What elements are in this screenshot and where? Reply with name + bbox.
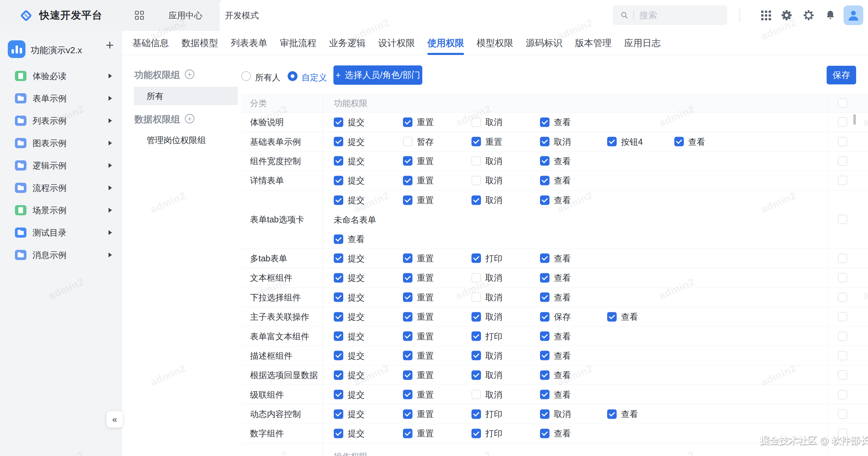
permission-checkbox[interactable] (471, 351, 481, 360)
permission-checkbox[interactable] (334, 409, 343, 419)
sidebar-item[interactable]: 图表示例 (0, 132, 122, 154)
tab-审批流程[interactable]: 审批流程 (280, 31, 316, 55)
permission-checkbox[interactable] (334, 195, 343, 205)
sidebar-item[interactable]: 流程示例 (0, 177, 122, 199)
row-select-checkbox[interactable] (838, 409, 847, 419)
gear-outline-icon[interactable] (803, 10, 814, 21)
permission-checkbox[interactable] (540, 390, 549, 399)
permission-checkbox[interactable] (334, 312, 343, 321)
vertical-scrollbar[interactable] (853, 114, 856, 125)
bell-icon[interactable] (825, 10, 836, 21)
save-button[interactable]: 保存 (827, 66, 856, 84)
tab-基础信息[interactable]: 基础信息 (132, 31, 169, 55)
radio-custom[interactable] (288, 71, 297, 81)
permission-checkbox[interactable] (403, 137, 412, 146)
select-all-checkbox[interactable] (838, 98, 847, 108)
apps-launcher-icon[interactable] (135, 11, 144, 20)
radio-everyone-label[interactable]: 所有人 (255, 72, 281, 83)
permission-checkbox[interactable] (334, 273, 343, 282)
permission-checkbox[interactable] (403, 293, 412, 302)
permission-checkbox[interactable] (540, 429, 549, 438)
permission-checkbox[interactable] (674, 137, 684, 146)
permission-checkbox[interactable] (471, 254, 481, 263)
permission-checkbox[interactable] (471, 117, 481, 127)
permission-checkbox[interactable] (540, 156, 549, 166)
add-app-button[interactable]: + (106, 38, 114, 52)
sidebar-item[interactable]: 列表示例 (0, 110, 122, 132)
radio-custom-label[interactable]: 自定义 (302, 72, 327, 83)
permission-checkbox[interactable] (403, 429, 412, 438)
permission-checkbox[interactable] (403, 176, 412, 185)
permission-checkbox[interactable] (471, 156, 481, 166)
permission-checkbox[interactable] (471, 293, 481, 302)
permission-checkbox[interactable] (334, 234, 343, 244)
permission-checkbox[interactable] (471, 390, 481, 399)
permission-checkbox[interactable] (540, 351, 549, 360)
radio-everyone[interactable] (241, 71, 251, 81)
tab-模型权限[interactable]: 模型权限 (477, 31, 513, 55)
permission-checkbox[interactable] (334, 254, 343, 263)
tab-列表表单[interactable]: 列表表单 (231, 31, 267, 55)
permission-checkbox[interactable] (403, 195, 412, 205)
search-input[interactable]: 搜索 (613, 5, 727, 25)
sidebar-item[interactable]: 测试目录 (0, 221, 122, 244)
group-item-all[interactable]: 所有 (134, 87, 238, 105)
row-select-checkbox[interactable] (838, 254, 847, 263)
permission-checkbox[interactable] (540, 332, 549, 341)
current-app[interactable]: 功能演示v2.x + (0, 31, 122, 67)
permission-checkbox[interactable] (403, 254, 412, 263)
tab-业务逻辑[interactable]: 业务逻辑 (329, 31, 366, 55)
sidebar-item[interactable]: 体验必读 (0, 65, 122, 87)
sidebar-item[interactable]: 逻辑示例 (0, 154, 122, 177)
tab-使用权限[interactable]: 使用权限 (427, 31, 464, 55)
permission-checkbox[interactable] (540, 370, 549, 380)
tab-应用日志[interactable]: 应用日志 (624, 31, 661, 55)
add-function-group-icon[interactable]: + (185, 70, 194, 79)
row-select-checkbox[interactable] (838, 370, 847, 380)
permission-checkbox[interactable] (403, 273, 412, 282)
permission-checkbox[interactable] (334, 429, 343, 438)
sidebar-item[interactable]: 场景示例 (0, 199, 122, 221)
add-data-group-icon[interactable]: + (185, 114, 194, 123)
permission-checkbox[interactable] (334, 156, 343, 166)
sidebar-collapse-button[interactable]: « (107, 411, 123, 428)
permission-checkbox[interactable] (471, 137, 481, 146)
permission-checkbox[interactable] (471, 429, 481, 438)
permission-checkbox[interactable] (540, 293, 549, 302)
permission-checkbox[interactable] (334, 390, 343, 399)
permission-checkbox[interactable] (540, 195, 549, 205)
nav-dev-mode[interactable]: 开发模式 (220, 0, 264, 31)
row-select-checkbox[interactable] (838, 332, 847, 341)
permission-checkbox[interactable] (471, 273, 481, 282)
permission-checkbox[interactable] (540, 137, 549, 146)
permission-checkbox[interactable] (471, 176, 481, 185)
permission-checkbox[interactable] (540, 176, 549, 185)
apps-grid-icon[interactable] (760, 10, 771, 21)
row-select-checkbox[interactable] (838, 293, 847, 302)
permission-checkbox[interactable] (403, 117, 412, 127)
permission-checkbox[interactable] (540, 254, 549, 263)
sidebar-item[interactable]: 表单示例 (0, 87, 122, 110)
select-members-button[interactable]: + 选择人员/角色/部门 (333, 65, 422, 85)
row-select-checkbox[interactable] (838, 156, 847, 166)
row-select-checkbox[interactable] (838, 117, 847, 127)
permission-checkbox[interactable] (540, 273, 549, 282)
permission-checkbox[interactable] (334, 137, 343, 146)
permission-checkbox[interactable] (540, 117, 549, 127)
permission-checkbox[interactable] (334, 332, 343, 341)
permission-checkbox[interactable] (403, 332, 412, 341)
row-select-checkbox[interactable] (838, 351, 847, 360)
permission-checkbox[interactable] (471, 409, 481, 419)
sidebar-item[interactable]: 消息示例 (0, 244, 122, 266)
group-item-admin[interactable]: 管理岗位权限组 (134, 131, 238, 149)
permission-checkbox[interactable] (403, 370, 412, 380)
permission-checkbox[interactable] (607, 137, 617, 146)
permission-checkbox[interactable] (471, 195, 481, 205)
row-select-checkbox[interactable] (838, 215, 847, 224)
permission-checkbox[interactable] (334, 293, 343, 302)
gear-filled-icon[interactable] (781, 10, 792, 21)
permission-checkbox[interactable] (334, 117, 343, 127)
tab-源码标识[interactable]: 源码标识 (526, 31, 562, 55)
permission-checkbox[interactable] (403, 390, 412, 399)
permission-checkbox[interactable] (471, 312, 481, 321)
